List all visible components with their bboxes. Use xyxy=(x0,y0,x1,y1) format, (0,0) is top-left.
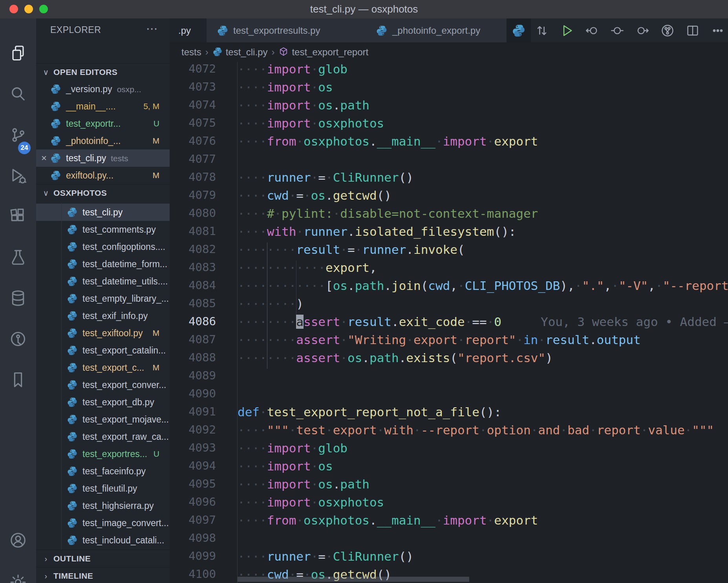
code-line[interactable]: ········result·=·runner.invoke( xyxy=(238,242,465,261)
section-osxphotos[interactable]: ∨OSXPHOTOS xyxy=(36,184,170,202)
tree-item[interactable]: test_image_convert... xyxy=(36,514,170,532)
code-line[interactable]: ········) xyxy=(238,297,304,315)
tree-item[interactable]: test_exif_info.py xyxy=(36,307,170,324)
tree-item[interactable]: test_comments.py xyxy=(36,221,170,238)
close-icon[interactable]: × xyxy=(38,149,49,167)
code-line[interactable]: ····with·runner.isolated_filesystem(): xyxy=(238,224,516,242)
code-line[interactable]: ········assert·"Writing·export·report"·i… xyxy=(238,333,641,351)
split-editor-icon[interactable] xyxy=(686,24,700,38)
code-line[interactable]: ········assert·os.path.exists("report.cs… xyxy=(238,351,553,369)
code-line[interactable]: ····import·osxphotos xyxy=(238,116,384,134)
breadcrumb-item[interactable]: tests xyxy=(181,42,201,62)
open-editor-item[interactable]: __main__....5, M xyxy=(36,98,170,115)
code-token: , xyxy=(648,279,655,293)
run-above-icon[interactable] xyxy=(585,24,599,38)
code-line[interactable]: def·test_export_report_not_a_file(): xyxy=(238,405,501,423)
section-outline[interactable]: ›OUTLINE xyxy=(36,550,170,567)
whitespace-dots: ···· xyxy=(238,62,267,76)
code-token: osxphotos xyxy=(318,116,384,130)
code-line[interactable]: ····runner·=·CliRunner() xyxy=(238,170,413,188)
code-line[interactable]: ····from·osxphotos.__main__·import·expor… xyxy=(238,134,538,152)
code-line[interactable]: ············export, xyxy=(238,261,377,279)
tree-item[interactable]: test_datetime_utils.... xyxy=(36,273,170,290)
code-line[interactable]: ····import·glob xyxy=(238,62,348,80)
breadcrumb[interactable]: tests›test_cli.py›test_export_report xyxy=(170,42,728,62)
code-line[interactable]: ····import·glob xyxy=(238,441,348,459)
whitespace-dots: · xyxy=(457,333,465,347)
code-editor[interactable]: 4072····import·glob4073····import·os4074… xyxy=(170,62,728,583)
tree-item[interactable]: test_export_c...M xyxy=(36,359,170,376)
file-path-suffix: osxp... xyxy=(117,85,141,94)
compare-changes-icon[interactable] xyxy=(535,24,549,38)
tree-item[interactable]: test_cli.py xyxy=(36,204,170,221)
code-line[interactable]: ····import·os xyxy=(238,80,333,98)
code-line[interactable]: ····import·os xyxy=(238,459,333,477)
tab--photoinfo-export-py[interactable]: _photoinfo_export.py xyxy=(366,18,507,42)
tab-test-exportresults-py[interactable]: test_exportresults.py xyxy=(207,18,366,42)
open-editor-item[interactable]: ×test_cli.pytests xyxy=(36,149,170,167)
run-icon[interactable] xyxy=(560,24,574,38)
search-icon[interactable] xyxy=(9,85,27,103)
tree-item[interactable]: test_empty_library_... xyxy=(36,290,170,307)
bookmarks-icon[interactable] xyxy=(9,371,27,389)
more-actions-icon[interactable] xyxy=(711,24,725,38)
settings-gear-icon[interactable] xyxy=(9,573,27,583)
code-token: "-V" xyxy=(619,279,648,293)
tree-item[interactable]: test_export_mojave... xyxy=(36,411,170,428)
tree-item[interactable]: test_export_raw_ca... xyxy=(36,428,170,445)
open-editor-item[interactable]: exiftool.py...M xyxy=(36,167,170,184)
code-token: ( xyxy=(421,279,428,293)
tree-item[interactable]: test_exportres...U xyxy=(36,445,170,463)
tree-item[interactable]: test_export_conver... xyxy=(36,376,170,394)
run-below-icon[interactable] xyxy=(635,24,649,38)
section-open-editors[interactable]: ∨OPEN EDITORS xyxy=(36,63,170,81)
tree-item[interactable]: test_faceinfo.py xyxy=(36,463,170,480)
horizontal-scrollbar[interactable] xyxy=(238,577,469,582)
code-line[interactable]: ····"""·test·export·with·--report·option… xyxy=(238,423,714,441)
code-line[interactable]: ····cwd·=·os.getcwd() xyxy=(238,188,391,206)
open-editor-item[interactable]: test_exportr...U xyxy=(36,115,170,132)
code-token: = xyxy=(296,188,304,202)
breadcrumb-item[interactable]: test_cli.py xyxy=(226,42,268,62)
sidebar-more-actions-icon[interactable]: ⋯ xyxy=(146,22,158,35)
code-line[interactable]: ········assert·result.exit_code·==·0You,… xyxy=(238,315,728,333)
run-cell-icon[interactable] xyxy=(610,24,624,38)
whitespace-dots: ············ xyxy=(238,261,326,275)
code-line[interactable]: ····from·osxphotos.__main__·import·expor… xyxy=(238,513,538,531)
open-editor-item[interactable]: _photoinfo_...M xyxy=(36,132,170,149)
code-line[interactable]: ············[os.path.join(cwd,·CLI_PHOTO… xyxy=(238,279,728,297)
testing-icon[interactable] xyxy=(9,248,27,266)
database-icon[interactable] xyxy=(9,289,27,307)
commit-graph-icon[interactable] xyxy=(660,24,675,38)
tab--py[interactable]: .py xyxy=(170,18,207,42)
tree-item[interactable]: test_highsierra.py xyxy=(36,497,170,514)
tree-item[interactable]: test_incloud_catali... xyxy=(36,532,170,549)
tree-item[interactable]: test_export_db.py xyxy=(36,394,170,411)
python-logo[interactable] xyxy=(507,18,531,42)
tree-item[interactable]: test_exiftool.pyM xyxy=(36,324,170,342)
code-line[interactable]: ····import·osxphotos xyxy=(238,495,384,513)
account-icon[interactable] xyxy=(9,531,27,549)
code-line[interactable]: ····import·os.path xyxy=(238,477,369,495)
whitespace-dots: ········ xyxy=(238,242,296,257)
open-editor-item[interactable]: _version.pyosxp... xyxy=(36,80,170,98)
whitespace-dots: · xyxy=(641,423,648,437)
code-token: . xyxy=(369,513,377,527)
whitespace-dots: · xyxy=(531,423,538,437)
code-line[interactable]: ····#·pylint:·disable=not-context-manage… xyxy=(238,206,538,224)
explorer-icon[interactable] xyxy=(9,44,27,62)
code-line[interactable]: ····import·os.path xyxy=(238,98,369,116)
tree-item[interactable]: test_configoptions.... xyxy=(36,238,170,255)
section-timeline[interactable]: ›TIMELINE xyxy=(36,567,170,583)
tree-item[interactable]: test_datetime_form... xyxy=(36,255,170,273)
code-token: result xyxy=(296,242,340,257)
gitlens-icon[interactable] xyxy=(9,330,27,348)
whitespace-dots: · xyxy=(311,459,318,473)
code-line[interactable]: ····runner·=·CliRunner() xyxy=(238,549,413,567)
breadcrumb-item[interactable]: test_export_report xyxy=(292,42,368,62)
tree-item[interactable]: test_export_catalin... xyxy=(36,342,170,359)
tree-item[interactable]: test_fileutil.py xyxy=(36,480,170,497)
run-debug-icon[interactable] xyxy=(9,167,27,185)
extensions-icon[interactable] xyxy=(9,208,27,226)
python-file-icon xyxy=(67,483,78,494)
